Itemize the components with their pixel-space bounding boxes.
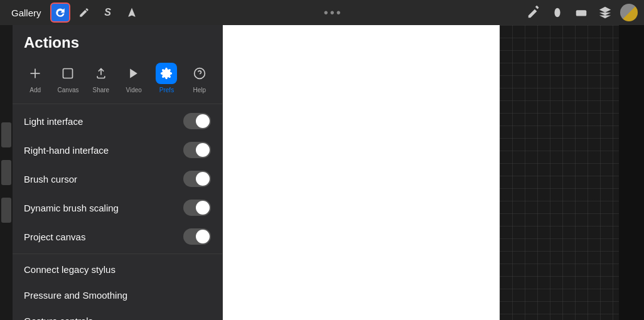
right-hand-toggle[interactable] <box>183 142 211 158</box>
canvas-icon <box>57 63 78 84</box>
topbar-left: Gallery S <box>6 3 142 23</box>
stylus-nib-icon[interactable] <box>74 3 94 23</box>
actions-panel: Actions Add Canvas Share Video <box>13 25 223 320</box>
add-icon <box>24 63 46 84</box>
link-section: Connect legacy stylus Pressure and Smoot… <box>13 254 222 320</box>
sidebar-thumb-top[interactable] <box>1 122 11 147</box>
project-canvas-toggle[interactable] <box>183 228 211 245</box>
layers-icon[interactable] <box>596 4 614 21</box>
tab-canvas[interactable]: Canvas <box>51 60 84 96</box>
topbar-center: ••• <box>324 6 343 20</box>
right-hand-label: Right-hand interface <box>24 145 109 156</box>
canvas-dark-edge <box>619 25 644 320</box>
tab-add[interactable]: Add <box>19 60 51 96</box>
svg-marker-5 <box>130 69 137 78</box>
dynamic-brush-toggle[interactable] <box>183 200 211 216</box>
light-interface-label: Light interface <box>24 116 83 127</box>
pref-row-light-interface: Light interface <box>13 107 222 136</box>
sidebar-edge <box>0 25 13 320</box>
brush-cursor-toggle[interactable] <box>183 171 211 187</box>
project-canvas-label: Project canvas <box>24 232 85 242</box>
canvas-background <box>500 25 619 320</box>
toggle-section: Light interface Right-hand interface Bru… <box>13 104 222 254</box>
brush-cursor-label: Brush cursor <box>24 174 77 184</box>
svg-rect-4 <box>63 69 73 78</box>
pref-row-brush-cursor: Brush cursor <box>13 164 222 193</box>
gesture-controls-label: Gesture controls <box>24 316 93 320</box>
topbar: Gallery S ••• <box>0 0 644 25</box>
svg-rect-1 <box>576 10 587 16</box>
pressure-smoothing-label: Pressure and Smoothing <box>24 290 127 301</box>
tab-prefs[interactable]: Prefs <box>150 60 183 96</box>
gallery-button[interactable]: Gallery <box>6 5 46 21</box>
prefs-icon <box>156 63 177 84</box>
more-options-dots[interactable]: ••• <box>324 6 343 20</box>
pref-row-right-hand: Right-hand interface <box>13 136 222 164</box>
light-interface-toggle[interactable] <box>183 113 211 129</box>
link-row-pressure-smoothing[interactable]: Pressure and Smoothing <box>13 282 222 308</box>
sidebar-thumb-mid[interactable] <box>1 160 11 185</box>
svg-rect-3 <box>31 73 40 74</box>
help-label: Help <box>193 87 207 93</box>
eraser-tool-icon[interactable] <box>572 4 590 21</box>
sidebar-thumb-bot[interactable] <box>1 198 11 223</box>
canvas-label: Canvas <box>58 87 79 93</box>
dynamic-brush-label: Dynamic brush scaling <box>24 203 119 213</box>
help-icon <box>189 63 210 84</box>
topbar-right <box>525 4 638 21</box>
share-icon <box>90 63 112 84</box>
share-label: Share <box>92 87 109 93</box>
tab-share[interactable]: Share <box>85 60 117 96</box>
tab-video[interactable]: Video <box>117 60 150 96</box>
tab-help[interactable]: Help <box>183 60 216 96</box>
connect-legacy-label: Connect legacy stylus <box>24 264 115 275</box>
color-swatch[interactable] <box>620 4 638 21</box>
text-icon[interactable]: S <box>98 3 118 23</box>
prefs-label: Prefs <box>159 87 174 93</box>
arrow-icon[interactable] <box>122 3 142 23</box>
link-row-connect-legacy[interactable]: Connect legacy stylus <box>13 257 222 282</box>
video-label: Video <box>126 87 141 93</box>
video-icon <box>123 63 144 84</box>
link-row-gesture-controls[interactable]: Gesture controls <box>13 308 222 320</box>
actions-title: Actions <box>13 25 222 58</box>
pref-row-dynamic-brush: Dynamic brush scaling <box>13 193 222 222</box>
actions-icon-row: Add Canvas Share Video Prefs <box>13 58 222 104</box>
pen-tool-icon[interactable] <box>525 4 542 21</box>
add-label: Add <box>30 87 41 93</box>
smudge-tool-icon[interactable] <box>549 4 566 21</box>
svg-point-0 <box>554 8 560 18</box>
pref-row-project-canvas: Project canvas <box>13 222 222 251</box>
wrench-icon[interactable] <box>50 3 70 23</box>
